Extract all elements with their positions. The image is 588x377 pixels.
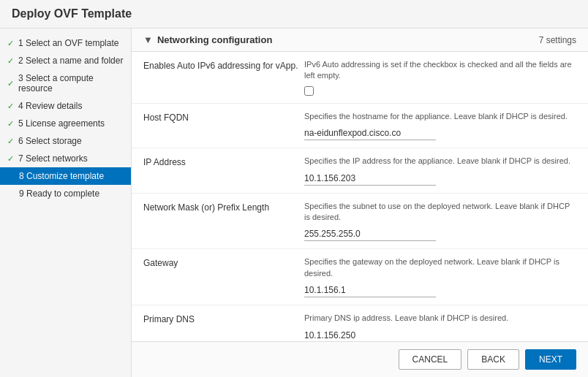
dialog-title: Deploy OVF Template [0, 0, 588, 28]
form-value-col-5: Specifies the gateway on the deployed ne… [304, 256, 576, 297]
form-row-6: Primary DNSPrimary DNS ip address. Leave… [132, 305, 588, 341]
form-value-col-3: Specifies the IP address for the applian… [304, 156, 576, 185]
form-description-1: IPv6 Auto addressing is set if the check… [304, 59, 576, 82]
content-header: ▼ Networking configuration 7 settings [132, 28, 588, 52]
sidebar-item-7[interactable]: ✓7 Select networks [0, 150, 131, 167]
check-icon: ✓ [7, 137, 14, 146]
sidebar: ✓1 Select an OVF template✓2 Select a nam… [0, 28, 132, 377]
form-row-1: Enables Auto IPv6 addressing for vApp.IP… [132, 52, 588, 104]
sidebar-item-label: 7 Select networks [18, 153, 88, 164]
section-title: ▼ Networking configuration [143, 34, 539, 45]
content-area: ▼ Networking configuration 7 settings En… [132, 28, 588, 377]
form-row-4: Network Mask (or) Prefix LengthSpecifies… [132, 194, 588, 250]
sidebar-item-label: 1 Select an OVF template [18, 38, 118, 48]
form-row-2: Host FQDNSpecifies the hostname for the … [132, 104, 588, 148]
form-row-3: IP AddressSpecifies the IP address for t… [132, 148, 588, 193]
sidebar-item-4[interactable]: ✓4 Review details [0, 97, 131, 115]
form-area: Enables Auto IPv6 addressing for vApp.IP… [132, 52, 588, 341]
sidebar-item-9[interactable]: 9 Ready to complete [0, 185, 131, 202]
form-description-4: Specifies the subnet to use on the deplo… [304, 201, 576, 224]
sidebar-item-5[interactable]: ✓5 License agreements [0, 115, 131, 132]
text-input-4[interactable] [304, 227, 436, 241]
sidebar-item-2[interactable]: ✓2 Select a name and folder [0, 52, 131, 69]
sidebar-item-3[interactable]: ✓3 Select a compute resource [0, 69, 131, 97]
check-icon: ✓ [7, 119, 14, 129]
checkbox-input-1[interactable] [304, 86, 314, 96]
section-title-text: Networking configuration [157, 34, 272, 45]
check-icon: ✓ [7, 39, 14, 48]
chevron-icon: ▼ [143, 34, 153, 45]
sidebar-item-6[interactable]: ✓6 Select storage [0, 132, 131, 150]
check-icon: ✓ [7, 154, 14, 164]
form-value-col-6: Primary DNS ip address. Leave blank if D… [304, 313, 576, 341]
form-row-5: GatewaySpecifies the gateway on the depl… [132, 249, 588, 305]
form-label-2: Host FQDN [143, 111, 304, 123]
check-icon: ✓ [7, 56, 14, 66]
cancel-button[interactable]: CANCEL [399, 349, 462, 370]
text-input-6[interactable] [304, 329, 436, 341]
form-label-3: IP Address [143, 156, 304, 167]
text-input-2[interactable] [304, 126, 436, 140]
sidebar-item-1[interactable]: ✓1 Select an OVF template [0, 34, 131, 52]
form-value-col-2: Specifies the hostname for the appliance… [304, 111, 576, 140]
text-input-5[interactable] [304, 283, 436, 297]
sidebar-item-label: 6 Select storage [18, 136, 82, 146]
back-button[interactable]: BACK [467, 349, 519, 370]
check-icon: ✓ [7, 102, 14, 111]
form-description-5: Specifies the gateway on the deployed ne… [304, 256, 576, 279]
form-description-3: Specifies the IP address for the applian… [304, 156, 576, 167]
form-label-1: Enables Auto IPv6 addressing for vApp. [143, 59, 304, 71]
sidebar-item-label: 2 Select a name and folder [18, 56, 123, 66]
next-button[interactable]: NEXT [525, 349, 576, 370]
text-input-3[interactable] [304, 172, 436, 186]
form-description-6: Primary DNS ip address. Leave blank if D… [304, 313, 576, 324]
footer: CANCEL BACK NEXT [132, 341, 588, 377]
sidebar-item-label: 4 Review details [18, 101, 82, 111]
sidebar-item-label: 8 Customize template [19, 171, 104, 181]
sidebar-item-label: 5 License agreements [18, 118, 105, 129]
sidebar-item-label: 3 Select a compute resource [18, 73, 124, 94]
form-value-col-4: Specifies the subnet to use on the deplo… [304, 201, 576, 242]
checkbox-wrap-1 [304, 86, 576, 96]
sidebar-item-8[interactable]: 8 Customize template [0, 167, 131, 185]
sidebar-item-label: 9 Ready to complete [19, 188, 99, 199]
form-value-col-1: IPv6 Auto addressing is set if the check… [304, 59, 576, 96]
form-label-5: Gateway [143, 256, 304, 268]
form-description-2: Specifies the hostname for the appliance… [304, 111, 576, 122]
form-label-4: Network Mask (or) Prefix Length [143, 201, 304, 213]
check-icon: ✓ [7, 79, 14, 88]
form-label-6: Primary DNS [143, 313, 304, 324]
settings-count: 7 settings [539, 35, 576, 45]
